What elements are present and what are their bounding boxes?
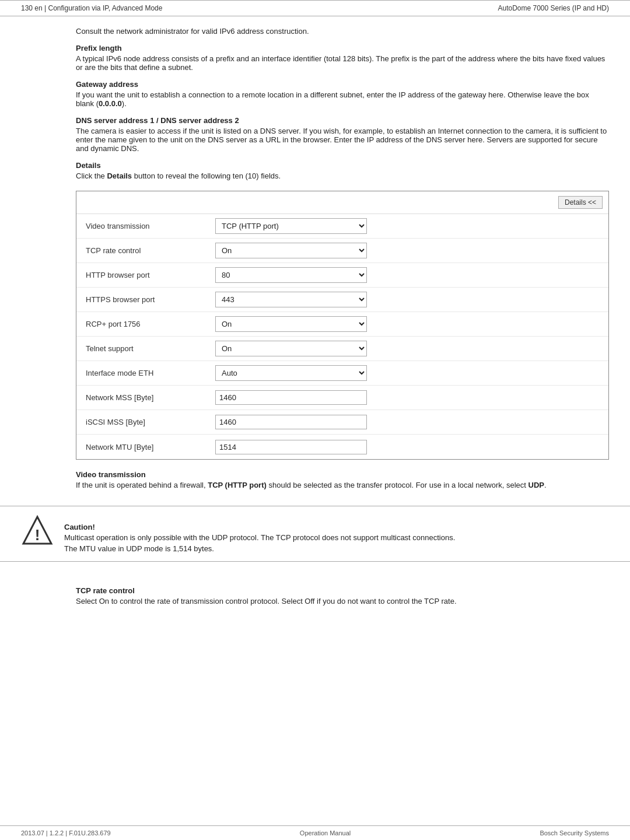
footer-center: Operation Manual (300, 830, 351, 836)
footer-right: Bosch Security Systems (540, 830, 609, 836)
prefix-length-heading: Prefix length (76, 44, 609, 52)
header-right: AutoDome 7000 Series (IP and HD) (498, 4, 609, 12)
tcp-rate-body: Select On to control the rate of transmi… (76, 597, 609, 606)
svg-text:!: ! (35, 526, 40, 544)
row-input-9[interactable] (215, 440, 367, 454)
dns-body: The camera is easier to access if the un… (76, 127, 609, 153)
row-select-4[interactable]: On (215, 316, 367, 332)
page-footer: 2013.07 | 1.2.2 | F.01U.283.679 Operatio… (0, 825, 630, 840)
row-value-wrap-6: Auto (211, 362, 608, 384)
video-transmission-heading: Video transmission (76, 470, 609, 479)
table-row: Video transmissionTCP (HTTP port) (76, 214, 608, 239)
row-select-3[interactable]: 443 (215, 292, 367, 307)
row-value-wrap-0: TCP (HTTP port) (211, 215, 608, 237)
row-input-7[interactable] (215, 390, 367, 405)
table-row: Interface mode ETHAuto (76, 361, 608, 386)
details-body: Click the Details button to reveal the f… (76, 172, 609, 180)
row-label-0: Video transmission (76, 217, 211, 235)
details-header-row: Details << (76, 191, 608, 214)
row-label-3: HTTPS browser port (76, 290, 211, 309)
row-select-5[interactable]: On (215, 341, 367, 356)
caution-section: ! Caution! Multicast operation is only p… (0, 506, 630, 562)
page-header: 130 en | Configuration via IP, Advanced … (0, 0, 630, 16)
header-left: 130 en | Configuration via IP, Advanced … (21, 4, 162, 12)
caution-line1: Multicast operation is only possible wit… (64, 533, 609, 542)
row-label-7: Network MSS [Byte] (76, 388, 211, 407)
caution-heading: Caution! (64, 523, 609, 531)
tcp-rate-heading: TCP rate control (76, 586, 609, 595)
row-label-2: HTTP browser port (76, 266, 211, 284)
row-value-wrap-7 (211, 387, 608, 408)
row-select-1[interactable]: On (215, 243, 367, 258)
video-transmission-body: If the unit is operated behind a firewal… (76, 481, 609, 489)
row-value-wrap-9 (211, 437, 608, 457)
row-value-wrap-5: On (211, 338, 608, 359)
row-label-1: TCP rate control (76, 242, 211, 260)
row-value-wrap-8 (211, 412, 608, 432)
details-box: Details << Video transmissionTCP (HTTP p… (76, 191, 609, 460)
caution-content: Caution! Multicast operation is only pos… (64, 514, 630, 553)
caution-icon: ! (21, 514, 54, 549)
row-select-6[interactable]: Auto (215, 365, 367, 381)
row-label-6: Interface mode ETH (76, 364, 211, 382)
row-select-0[interactable]: TCP (HTTP port) (215, 218, 367, 234)
gateway-address-heading: Gateway address (76, 80, 609, 89)
table-row: Network MSS [Byte] (76, 386, 608, 410)
table-row: HTTPS browser port443 (76, 288, 608, 312)
row-label-8: iSCSI MSS [Byte] (76, 413, 211, 431)
table-row: RCP+ port 1756On (76, 312, 608, 337)
dns-heading: DNS server address 1 / DNS server addres… (76, 116, 609, 125)
row-value-wrap-1: On (211, 240, 608, 261)
table-row: Network MTU [Byte] (76, 435, 608, 459)
row-label-4: RCP+ port 1756 (76, 315, 211, 333)
row-value-wrap-2: 80 (211, 264, 608, 286)
intro-text: Consult the network administrator for va… (76, 27, 609, 36)
caution-line2: The MTU value in UDP mode is 1,514 bytes… (64, 544, 609, 553)
row-input-8[interactable] (215, 415, 367, 429)
table-row: iSCSI MSS [Byte] (76, 410, 608, 435)
table-row: HTTP browser port80 (76, 263, 608, 288)
row-value-wrap-4: On (211, 313, 608, 335)
details-heading: Details (76, 161, 609, 170)
table-row: Telnet supportOn (76, 337, 608, 361)
row-value-wrap-3: 443 (211, 289, 608, 310)
row-select-2[interactable]: 80 (215, 267, 367, 283)
footer-left: 2013.07 | 1.2.2 | F.01U.283.679 (21, 830, 111, 836)
gateway-address-body: If you want the unit to establish a conn… (76, 90, 609, 108)
row-label-9: Network MTU [Byte] (76, 438, 211, 456)
details-button[interactable]: Details << (558, 196, 603, 209)
row-label-5: Telnet support (76, 340, 211, 358)
table-rows-container: Video transmissionTCP (HTTP port)TCP rat… (76, 214, 608, 459)
table-row: TCP rate controlOn (76, 239, 608, 263)
prefix-length-body: A typical IPv6 node address consists of … (76, 54, 609, 72)
